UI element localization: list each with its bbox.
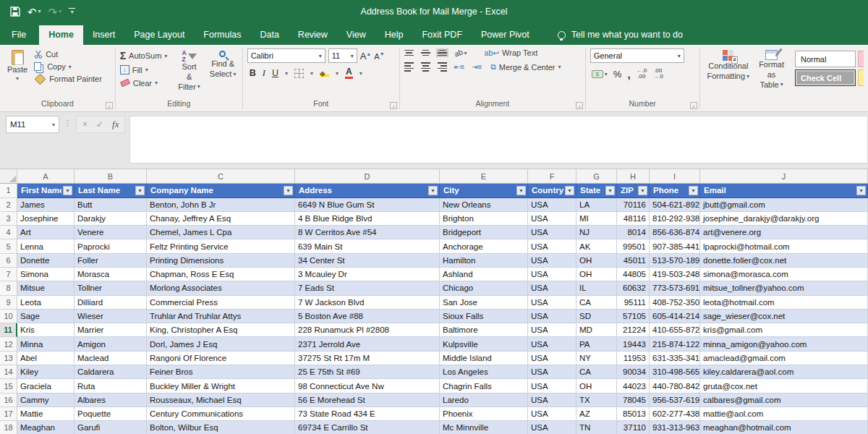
row-header-15[interactable]: 15 [0,379,17,393]
cancel-button[interactable]: × [82,119,88,129]
cell[interactable]: Commercial Press [147,296,295,310]
column-letter-G[interactable]: G [576,169,617,184]
cell[interactable]: TX [576,393,617,407]
cell[interactable]: Laredo [440,393,528,407]
cell[interactable]: mitsue_tollner@yahoo.com [700,281,868,295]
cell[interactable]: Simona [17,268,75,281]
cell[interactable]: Morlong Associates [147,281,295,295]
cell[interactable]: 78045 [617,393,650,407]
cell[interactable]: gruta@cox.net [700,379,868,393]
cell[interactable]: Lenna [17,239,75,253]
cell[interactable]: 513-570-1893 [650,254,700,268]
tab-page-layout[interactable]: Page Layout [124,25,194,45]
column-header-state[interactable]: State▼ [576,184,617,198]
comma-style-button[interactable]: , [627,71,630,77]
cell[interactable]: CA [576,365,617,379]
style-bad-partial[interactable] [858,51,864,67]
cell[interactable]: 90034 [617,365,650,379]
clear-dropdown-icon[interactable]: ▾ [155,80,158,86]
cell[interactable]: OH [576,254,617,268]
cell[interactable]: 907-385-4412 [650,239,700,253]
find-select-button[interactable]: Find & Select▾ [207,48,239,81]
cell[interactable]: San Jose [440,296,528,310]
tab-formulas[interactable]: Formulas [194,25,250,45]
filter-dropdown-icon[interactable]: ▼ [428,186,438,195]
accounting-format-button[interactable]: $ ▾ [592,70,608,78]
row-header-18[interactable]: 18 [0,421,17,434]
row-header-10[interactable]: 10 [0,310,17,323]
copy-dropdown-icon[interactable]: ▾ [69,64,72,70]
cell[interactable]: 98 Connecticut Ave Nw [295,379,440,393]
number-format-combo[interactable]: General▾ [590,48,684,63]
cell[interactable]: Feiner Bros [147,365,295,379]
align-center-button[interactable] [421,62,430,71]
cell[interactable]: kiley.caldarera@aol.com [700,365,868,379]
row-header-5[interactable]: 5 [0,239,17,253]
cell[interactable]: Rangoni Of Florence [147,352,295,365]
row-header-8[interactable]: 8 [0,281,17,295]
cell[interactable]: meaghan@hotmail.com [700,421,868,434]
enter-button[interactable]: ✓ [96,119,103,129]
cell[interactable]: Hamilton [440,254,528,268]
cell[interactable]: 44023 [617,379,650,393]
format-as-table-button[interactable]: Format as Table▾ [756,48,787,91]
sort-filter-button[interactable]: AZ Sort & Filter▾ [175,48,203,93]
cell[interactable]: Donette [17,254,75,268]
row-header-6[interactable]: 6 [0,254,17,268]
column-letter-B[interactable]: B [75,169,147,184]
cell[interactable]: Maclead [75,352,147,365]
style-neutral-partial[interactable] [858,69,864,86]
cell[interactable]: Benton, John B Jr [147,198,295,212]
cell[interactable]: 8014 [617,226,650,239]
cell[interactable]: Venere [75,226,147,239]
column-header-zip[interactable]: ZIP▼ [617,184,650,198]
borders-dropdown-icon[interactable]: ▾ [310,70,313,77]
filter-dropdown-icon[interactable]: ▼ [689,186,698,195]
conditional-formatting-button[interactable]: ≠ Conditional Formatting▾ [705,48,753,83]
grow-font-button[interactable]: A▲ [360,51,372,61]
filter-dropdown-icon[interactable]: ▼ [284,186,293,195]
cell[interactable]: 7 Eads St [295,281,440,295]
redo-dropdown-icon[interactable]: ▾ [59,9,61,14]
tab-home[interactable]: Home [39,25,83,45]
column-header-country[interactable]: Country▼ [528,184,576,198]
cell[interactable]: Chagrin Falls [440,379,528,393]
cell[interactable]: Mitsue [17,281,75,295]
cell[interactable]: USA [528,226,576,239]
cell[interactable]: USA [528,337,576,351]
cell[interactable]: 45011 [617,254,650,268]
cell[interactable]: minna_amigon@yahoo.com [700,337,868,351]
cell[interactable]: Darakjy [75,212,147,226]
cell[interactable]: 639 Main St [295,239,440,253]
cell[interactable]: 37110 [617,421,650,434]
font-color-button[interactable]: A [345,67,353,79]
cell[interactable]: kris@gmail.com [700,323,868,337]
row-header-9[interactable]: 9 [0,296,17,310]
clear-button[interactable]: Clear ▾ [120,78,168,88]
row-header-13[interactable]: 13 [0,352,17,365]
cell[interactable]: Mattie [17,407,75,421]
cell[interactable]: IL [576,281,617,295]
cell[interactable]: 605-414-2147 [650,310,700,323]
cell[interactable]: sage_wieser@cox.net [700,310,868,323]
row-header-12[interactable]: 12 [0,337,17,351]
format-painter-button[interactable]: Format Painter [34,75,102,83]
cell[interactable]: Los Angeles [440,365,528,379]
wrap-text-button[interactable]: ab↩ Wrap Text [485,48,538,57]
cell[interactable]: AK [576,239,617,253]
tab-file[interactable]: File [0,25,39,45]
cell[interactable]: USA [528,365,576,379]
cell[interactable]: 3 Mcauley Dr [295,268,440,281]
column-letter-C[interactable]: C [147,169,295,184]
tell-me-box[interactable]: Tell me what you want to do [558,30,683,45]
cell[interactable]: USA [528,296,576,310]
cell[interactable]: Marrier [75,323,147,337]
cell[interactable]: 6649 N Blue Gum St [295,198,440,212]
cell[interactable]: Chemel, James L Cpa [147,226,295,239]
cell[interactable]: 773-573-6914 [650,281,700,295]
cell[interactable]: Kiley [17,365,75,379]
filter-dropdown-icon[interactable]: ▼ [565,186,574,195]
align-left-button[interactable] [404,62,414,71]
column-header-phone[interactable]: Phone▼ [650,184,700,198]
cell[interactable]: Bolton, Wilbur Esq [147,421,295,434]
